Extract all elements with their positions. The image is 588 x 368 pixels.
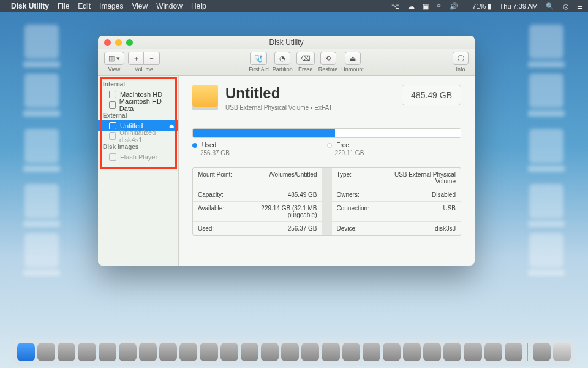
desktop-icon[interactable] <box>24 233 59 267</box>
wifi-icon[interactable]: ⌔ <box>437 2 441 10</box>
menu-window[interactable]: Window <box>156 2 183 10</box>
info-value: /Volumes/Untitled <box>239 168 322 188</box>
desktop-icon[interactable] <box>24 184 59 218</box>
siri-icon[interactable]: ◎ <box>563 2 569 10</box>
volume-subtitle: USB External Physical Volume • ExFAT <box>225 104 333 111</box>
dock-app-icon[interactable] <box>37 343 55 361</box>
legend-label-free: Free <box>336 142 349 148</box>
sidebar-item-macintosh-hd-data[interactable]: Macintosh HD - Data <box>98 99 178 110</box>
remove-volume-button[interactable]: − <box>144 52 160 65</box>
dock-app-icon[interactable] <box>383 343 401 361</box>
toolbar: ▥ ▾ View ＋ − Volume 🩺First Aid ◔Partitio… <box>98 49 475 76</box>
titlebar[interactable]: Disk Utility <box>98 36 475 49</box>
dock-app-icon[interactable] <box>423 343 441 361</box>
sidebar-item-flash-player[interactable]: Flash Player <box>98 151 178 162</box>
toolbar-label-info: Info <box>456 66 465 72</box>
sidebar-item-uninitialized[interactable]: Uninitialized disk4s1 <box>98 131 178 141</box>
desktop-icon[interactable] <box>529 74 564 108</box>
dock-app-icon[interactable] <box>78 343 96 361</box>
info-value: disk3s3 <box>379 222 461 235</box>
dock-app-icon[interactable] <box>505 343 522 361</box>
sidebar-item-label: Macintosh HD - Data <box>119 98 175 112</box>
desktop-icon[interactable] <box>529 129 564 163</box>
info-row: Capacity:485.49 GBOwners:Disabled <box>193 188 461 201</box>
toolbar-label-partition: Partition <box>273 66 293 72</box>
dock-app-icon[interactable] <box>363 343 380 361</box>
dock-app-icon[interactable] <box>342 343 360 361</box>
volume-icon <box>109 101 116 109</box>
dock-app-icon[interactable] <box>221 343 238 361</box>
usage-bar <box>192 128 461 138</box>
control-center-icon[interactable]: ⌥ <box>391 2 399 10</box>
info-key: Used: <box>193 222 239 235</box>
info-table: Mount Point:/Volumes/UntitledType:USB Ex… <box>192 167 461 236</box>
toolbar-label-erase: Erase <box>298 66 313 72</box>
dock-app-icon[interactable] <box>484 343 502 361</box>
menubar: Disk Utility File Edit Images View Windo… <box>0 0 588 12</box>
app-menu[interactable]: Disk Utility <box>11 2 49 10</box>
info-key: Available: <box>193 202 239 221</box>
dock-app-icon[interactable] <box>443 343 461 361</box>
dock-downloads-icon[interactable] <box>533 343 551 361</box>
info-key: Device: <box>332 222 379 235</box>
dock-app-icon[interactable] <box>403 343 421 361</box>
cloud-icon[interactable]: ☁ <box>408 2 415 10</box>
dock-app-icon[interactable] <box>58 343 75 361</box>
dock-app-icon[interactable] <box>281 343 299 361</box>
info-value: 229.14 GB (32.1 MB purgeable) <box>239 202 322 221</box>
eject-icon[interactable]: ⏏ <box>169 123 175 129</box>
dock-app-icon[interactable] <box>301 343 319 361</box>
info-row: Used:256.37 GBDevice:disk3s3 <box>193 221 461 235</box>
desktop-icon[interactable] <box>529 233 564 267</box>
dock-app-icon[interactable] <box>159 343 177 361</box>
desktop-icon[interactable] <box>24 129 59 163</box>
dock-app-icon[interactable] <box>99 343 116 361</box>
dock-app-icon[interactable] <box>322 343 339 361</box>
dock-app-icon[interactable] <box>241 343 258 361</box>
menu-help[interactable]: Help <box>191 2 206 10</box>
view-mode-button[interactable]: ▥ ▾ <box>104 52 124 65</box>
spotlight-icon[interactable]: 🔍 <box>546 2 554 10</box>
menu-view[interactable]: View <box>132 2 148 10</box>
info-row: Available:229.14 GB (32.1 MB purgeable)C… <box>193 201 461 221</box>
dock-app-icon[interactable] <box>464 343 481 361</box>
airplay-icon[interactable]: ▣ <box>423 2 429 10</box>
dock-app-icon[interactable] <box>119 343 137 361</box>
partition-button[interactable]: ◔ <box>274 52 290 65</box>
dock-app-icon[interactable] <box>139 343 157 361</box>
dock-finder-icon[interactable] <box>17 343 35 361</box>
volume-icon <box>109 91 116 98</box>
menubar-right: ⌥ ☁ ▣ ⌔ 🔊 71% ▮ Thu 7:39 AM 🔍 ◎ ☰ <box>385 2 583 10</box>
menu-images[interactable]: Images <box>99 2 123 10</box>
info-button[interactable]: ⓘ <box>453 52 469 65</box>
volume-icon <box>109 132 116 140</box>
add-volume-button[interactable]: ＋ <box>128 52 144 65</box>
disk-utility-window: Disk Utility ▥ ▾ View ＋ − Volume 🩺First … <box>98 36 475 266</box>
restore-button[interactable]: ⟲ <box>320 52 336 65</box>
dock-app-icon[interactable] <box>261 343 279 361</box>
desktop-icon[interactable] <box>529 184 564 218</box>
battery-status[interactable]: 71% ▮ <box>466 2 491 10</box>
toolbar-group-volume: ＋ − Volume <box>128 52 160 72</box>
first-aid-button[interactable]: 🩺 <box>250 52 267 65</box>
legend-dot-free <box>327 143 332 148</box>
clock[interactable]: Thu 7:39 AM <box>500 2 538 10</box>
volume-icon[interactable]: 🔊 <box>450 2 458 10</box>
sidebar-item-label: Uninitialized disk4s1 <box>119 129 175 144</box>
desktop-icon[interactable] <box>24 25 59 59</box>
desktop-icon[interactable] <box>529 25 564 59</box>
info-value: USB External Physical Volume <box>379 168 461 188</box>
dock-trash-icon[interactable] <box>553 343 571 361</box>
info-value: USB <box>379 202 461 221</box>
volume-icon <box>109 122 116 129</box>
toolbar-label-unmount: Unmount <box>341 66 364 72</box>
dock-app-icon[interactable] <box>179 343 197 361</box>
desktop-icon[interactable] <box>24 74 59 108</box>
menu-edit[interactable]: Edit <box>78 2 91 10</box>
toolbar-group-view: ▥ ▾ View <box>104 52 124 72</box>
erase-button[interactable]: ⌫ <box>296 52 315 65</box>
unmount-button[interactable]: ⏏ <box>345 52 361 65</box>
menu-file[interactable]: File <box>58 2 69 10</box>
notification-center-icon[interactable]: ☰ <box>577 2 583 10</box>
dock-app-icon[interactable] <box>200 343 217 361</box>
